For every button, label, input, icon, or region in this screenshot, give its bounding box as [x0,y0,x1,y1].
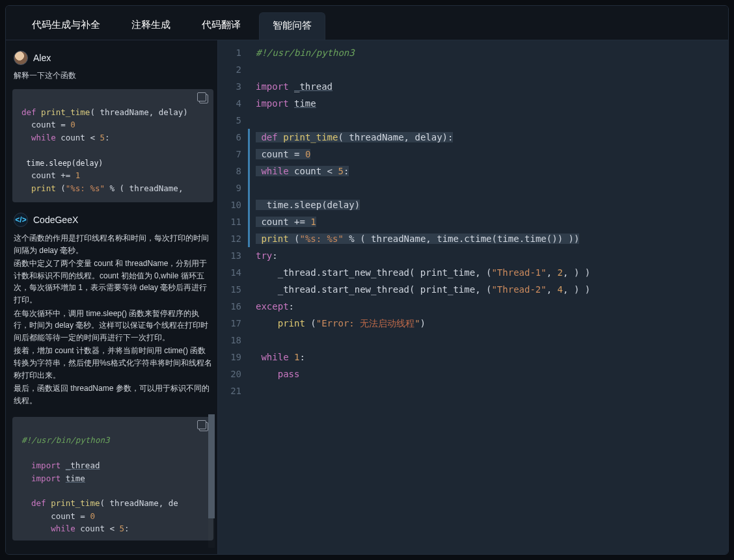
user-prompt: 解释一下这个函数 [12,70,213,87]
chat-sidebar: Alex 解释一下这个函数 def print_time( threadName… [6,40,218,554]
assistant-header: </> CodeGeeX [12,209,213,232]
assistant-name: CodeGeeX [33,215,78,225]
code-editor[interactable]: 12345 678910 1112131415 1617181920 21 #!… [218,40,728,554]
sidebar-scrollbar-thumb[interactable] [208,414,215,518]
user-name: Alex [33,53,51,63]
copy-icon[interactable] [199,94,208,103]
copy-icon[interactable] [199,422,208,431]
tab-code-translation[interactable]: 代码翻译 [189,12,254,40]
assistant-code-block: #!/usr/bin/python3 import _thread import… [12,417,213,540]
editor-line: #!/usr/bin/python3 [256,47,355,58]
tab-bar: 代码生成与补全 注释生成 代码翻译 智能问答 [6,6,728,40]
tab-code-generation[interactable]: 代码生成与补全 [19,12,113,40]
sidebar-scrollbar-track[interactable] [208,414,215,548]
editor-gutter: 12345 678910 1112131415 1617181920 21 [218,44,248,554]
assistant-answer: 这个函数的作用是打印线程名称和时间，每次打印的时间间隔为 delay 毫秒。 函… [12,232,213,414]
brand-logo-icon: </> [14,213,28,227]
editor-code[interactable]: #!/usr/bin/python3 import _thread import… [248,44,728,554]
user-code-block: def print_time( threadName, delay) count… [12,89,213,202]
assistant-code: #!/usr/bin/python3 import _thread import… [12,434,213,535]
user-code: def print_time( threadName, delay) count… [12,106,213,194]
tab-comment-generation[interactable]: 注释生成 [118,12,184,40]
tab-qa[interactable]: 智能问答 [259,12,325,40]
user-header: Alex [12,47,213,70]
user-avatar [14,51,28,65]
app-frame: 代码生成与补全 注释生成 代码翻译 智能问答 Alex 解释一下这个函数 def… [5,5,729,555]
